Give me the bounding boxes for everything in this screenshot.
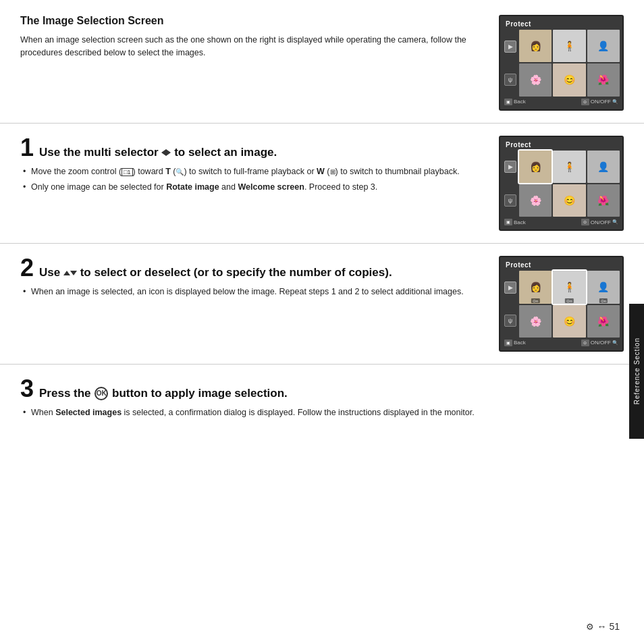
screen-footer-step2: ▣ Back ⊙ ON/OFF 🔍 (503, 338, 620, 346)
w-icon: ⊞ (330, 168, 336, 176)
back-label-step1: Back (514, 219, 526, 225)
screen-sidebar-step2: ▶ ψ (503, 271, 518, 338)
zoom-icon-intro: 🔍 (612, 99, 618, 105)
ok-icon-step1: ⊙ (581, 219, 589, 225)
thumb-3: 👤 (587, 30, 620, 62)
onoff-btn-intro: ⊙ ON/OFF 🔍 (581, 99, 618, 105)
back-btn-step1: ▣ Back (504, 219, 526, 225)
back-icon-step1: ▣ (504, 219, 512, 225)
filter-icon-step2: ψ (504, 315, 516, 327)
thumb-s2-6: 🌺 (587, 305, 620, 338)
step-1-heading: Use the multi selector to select an imag… (39, 145, 277, 159)
screen-header-intro: Protect (503, 19, 620, 30)
selected-badge-3: ⊙n (599, 298, 608, 303)
step-2-bullet-1: When an image is selected, an icon is di… (23, 286, 485, 298)
step-1-bullet-2: Only one image can be selected for Rotat… (23, 181, 485, 194)
back-icon-step2: ▣ (504, 340, 512, 346)
play-icon: ▶ (504, 41, 516, 53)
filter-icon: ψ (504, 74, 516, 86)
thumb-grid-step2: 👩 ⊙n 🧍 ⊙n 👤 ⊙n 🌸 😊 🌺 (519, 271, 620, 338)
page-arrow: ↔ (597, 621, 606, 632)
step-3-bullet-1: When Selected images is selected, a conf… (23, 406, 624, 419)
step-3-heading: Press the OK button to apply image selec… (39, 386, 288, 401)
arrow-down-icon (70, 271, 77, 275)
selected-badge-2: ⊙n (565, 298, 573, 303)
arrow-up-icon (63, 271, 70, 275)
camera-screen-intro: Protect ▶ ψ 👩 🧍 👤 🌸 😊 🌺 ▣ Ba (499, 15, 624, 111)
thumb-s1-2: 🧍 (553, 151, 585, 183)
back-btn-intro: ▣ Back (504, 99, 526, 105)
step-1-number-row: 1 Use the multi selector to select an im… (20, 136, 485, 160)
thumb-s1-6: 🌺 (587, 184, 620, 217)
screen-sidebar-intro: ▶ ψ (503, 30, 518, 97)
thumb-s1-1: 👩 (519, 151, 552, 183)
page-footer: ⚙ ↔ 51 (586, 621, 620, 632)
step-1-number: 1 (20, 136, 34, 160)
zoom-control-ref: □1 (122, 168, 132, 176)
thumb-s2-2: 🧍 ⊙n (553, 271, 585, 303)
step-1-left: 1 Use the multi selector to select an im… (20, 136, 485, 197)
onoff-label-step2: ON/OFF (591, 340, 611, 346)
step-1-bullets: Move the zoom control (□1) toward T (🔍) … (20, 165, 485, 194)
reference-sidebar-label: Reference Section (633, 338, 641, 404)
back-label-intro: Back (514, 99, 526, 105)
step-2-number-row: 2 Use to select or deselect (or to speci… (20, 256, 485, 280)
step-2-number: 2 (20, 256, 34, 280)
arrow-left-icon (161, 149, 166, 156)
back-btn-step2: ▣ Back (504, 340, 526, 346)
thumb-grid-step1: 👩 🧍 👤 🌸 😊 🌺 (519, 151, 620, 217)
screen-footer-intro: ▣ Back ⊙ ON/OFF 🔍 (503, 97, 620, 105)
thumb-s1-4: 🌸 (519, 184, 552, 217)
reference-sidebar: Reference Section (629, 304, 644, 439)
camera-screen-step2: Protect ▶ ψ 👩 ⊙n 🧍 ⊙n 👤 (499, 256, 624, 352)
step-2-left: 2 Use to select or deselect (or to speci… (20, 256, 485, 301)
screen-body-step2: ▶ ψ 👩 ⊙n 🧍 ⊙n 👤 ⊙n 🌸 (503, 271, 620, 338)
thumb-5: 😊 (553, 63, 585, 96)
zoom-icon-step2: 🔍 (612, 340, 618, 346)
screen-body-step1: ▶ ψ 👩 🧍 👤 🌸 😊 🌺 (503, 151, 620, 217)
intro-text-col: The Image Selection Screen When an image… (20, 15, 485, 60)
page-title: The Image Selection Screen (20, 15, 485, 27)
screen-header-step1: Protect (503, 140, 620, 151)
screen-body-intro: ▶ ψ 👩 🧍 👤 🌸 😊 🌺 (503, 30, 620, 97)
thumb-s2-1: 👩 ⊙n (519, 271, 552, 303)
step-3-number: 3 (20, 377, 34, 401)
t-icon: 🔍 (176, 168, 184, 176)
back-label-step2: Back (514, 340, 526, 346)
page-number: 51 (609, 621, 620, 632)
thumb-s1-3: 👤 (587, 151, 620, 183)
onoff-btn-step2: ⊙ ON/OFF 🔍 (581, 340, 618, 346)
thumb-s1-5: 😊 (553, 184, 585, 217)
thumb-grid-intro: 👩 🧍 👤 🌸 😊 🌺 (519, 30, 620, 97)
back-icon-intro: ▣ (504, 99, 512, 105)
thumb-4: 🌸 (519, 63, 552, 96)
page-icon: ⚙ (586, 622, 594, 632)
screen-footer-step1: ▣ Back ⊙ ON/OFF 🔍 (503, 217, 620, 225)
thumb-6: 🌺 (587, 63, 620, 96)
step-1-bullet-1: Move the zoom control (□1) toward T (🔍) … (23, 165, 485, 178)
onoff-label-intro: ON/OFF (591, 99, 611, 105)
thumb-1: 👩 (519, 30, 552, 62)
play-icon-step1: ▶ (504, 161, 516, 173)
onoff-label-step1: ON/OFF (591, 219, 611, 225)
thumb-s2-5: 😊 (553, 305, 585, 338)
selected-badge-1: ⊙n (531, 298, 539, 303)
thumb-2: 🧍 (553, 30, 585, 62)
step-3-section: 3 Press the OK button to apply image sel… (0, 365, 644, 434)
step-2-heading: Use to select or deselect (or to specify… (39, 265, 392, 279)
step-3-left: 3 Press the OK button to apply image sel… (20, 377, 624, 422)
step-3-bullets: When Selected images is selected, a conf… (20, 406, 624, 419)
step-2-bullets: When an image is selected, an icon is di… (20, 286, 485, 298)
step-1-section: 1 Use the multi selector to select an im… (0, 124, 644, 244)
thumb-s2-4: 🌸 (519, 305, 552, 338)
onoff-btn-step1: ⊙ ON/OFF 🔍 (581, 219, 618, 225)
step-2-section: 2 Use to select or deselect (or to speci… (0, 244, 644, 364)
ok-button-icon: OK (95, 387, 108, 400)
play-icon-step2: ▶ (504, 281, 516, 294)
step-3-number-row: 3 Press the OK button to apply image sel… (20, 377, 624, 401)
page-container: The Image Selection Screen When an image… (0, 0, 644, 644)
intro-description: When an image selection screen such as t… (20, 34, 485, 60)
intro-section: The Image Selection Screen When an image… (0, 0, 644, 123)
ok-icon-intro: ⊙ (581, 99, 589, 105)
screen-sidebar-step1: ▶ ψ (503, 151, 518, 217)
